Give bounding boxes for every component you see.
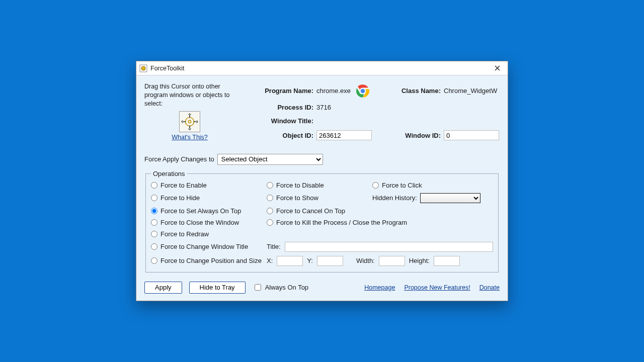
hide-to-tray-button[interactable]: Hide to Tray: [189, 282, 246, 294]
apply-to-select[interactable]: Selected Object: [217, 154, 323, 165]
close-icon: [495, 65, 500, 71]
drag-instruction-text: Drag this Cursor onto other program wind…: [144, 82, 235, 108]
x-label: X:: [267, 257, 273, 264]
window-title: ForceToolkit: [150, 65, 184, 72]
always-on-top-checkbox[interactable]: Always On Top: [253, 283, 308, 292]
titlebar: ForceToolkit: [136, 61, 508, 75]
value-process-id: 3716: [316, 104, 372, 111]
label-window-id: Window ID:: [375, 132, 441, 139]
crosshair-icon: [181, 113, 198, 130]
object-id-field[interactable]: [316, 130, 372, 140]
propose-features-link[interactable]: Propose New Features!: [404, 284, 470, 291]
window-id-field[interactable]: [444, 130, 499, 140]
operations-group: Operations Force to Enable Force to Disa…: [145, 170, 499, 273]
hidden-history-select[interactable]: [420, 193, 480, 203]
drag-cursor-target[interactable]: [179, 111, 200, 132]
app-icon: [139, 64, 147, 72]
whats-this-link[interactable]: What's This?: [172, 134, 208, 141]
radio-redraw[interactable]: Force to Redraw: [151, 230, 267, 238]
chrome-icon: [356, 84, 370, 98]
y-label: Y:: [307, 257, 313, 264]
y-field[interactable]: [317, 256, 343, 266]
width-label: Width:: [356, 257, 375, 264]
info-grid: Program Name: chrome.exe Class Name: Chr…: [243, 82, 500, 142]
operations-legend: Operations: [151, 170, 187, 177]
donate-link[interactable]: Donate: [479, 284, 500, 291]
label-window-title: Window Title:: [243, 117, 313, 125]
radio-force-click[interactable]: Force to Click: [372, 182, 493, 189]
radio-change-pos-size[interactable]: Force to Change Position and Size: [151, 257, 267, 264]
drag-instruction-block: Drag this Cursor onto other program wind…: [144, 82, 235, 142]
radio-force-disable[interactable]: Force to Disable: [267, 182, 372, 189]
apply-button[interactable]: Apply: [144, 282, 182, 294]
radio-always-on-top[interactable]: Force to Set Always On Top: [151, 207, 267, 215]
radio-force-enable[interactable]: Force to Enable: [151, 182, 267, 189]
hidden-history-label: Hidden History:: [372, 194, 417, 202]
app-window: ForceToolkit Drag this Cursor onto other…: [136, 61, 508, 301]
radio-force-hide[interactable]: Force to Hide: [151, 194, 267, 202]
radio-cancel-on-top[interactable]: Force to Cancel On Top: [267, 207, 372, 215]
width-field[interactable]: [379, 256, 405, 266]
x-field[interactable]: [277, 256, 303, 266]
svg-point-3: [188, 120, 191, 123]
label-program-name: Program Name:: [243, 87, 313, 95]
label-object-id: Object ID:: [243, 132, 313, 139]
label-class-name: Class Name:: [375, 87, 441, 95]
height-field[interactable]: [434, 256, 460, 266]
radio-kill-process[interactable]: Force to Kill the Process / Close the Pr…: [267, 219, 493, 226]
radio-change-title[interactable]: Force to Change Window Title: [151, 243, 267, 250]
radio-force-show[interactable]: Force to Show: [267, 194, 372, 202]
label-process-id: Process ID:: [243, 104, 313, 111]
close-button[interactable]: [490, 61, 505, 75]
apply-to-label: Force Apply Changes to: [144, 155, 214, 163]
homepage-link[interactable]: Homepage: [364, 284, 395, 291]
height-label: Height:: [409, 257, 430, 264]
svg-point-2: [186, 117, 194, 126]
value-program-name: chrome.exe: [316, 87, 351, 95]
title-field[interactable]: [285, 242, 493, 252]
radio-close-window[interactable]: Force to Close the Window: [151, 219, 267, 226]
title-field-label: Title:: [267, 243, 281, 250]
svg-point-1: [141, 66, 145, 70]
value-class-name: Chrome_WidgetW: [444, 87, 500, 95]
